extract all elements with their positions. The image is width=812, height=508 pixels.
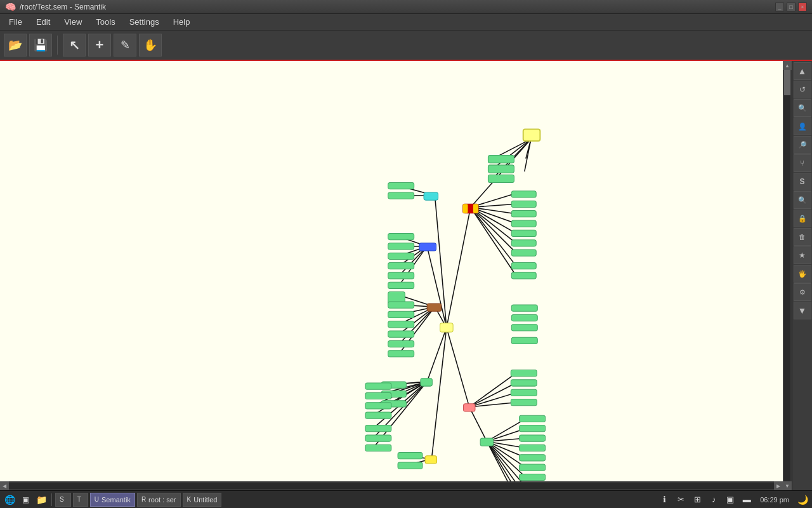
save-button[interactable]: 💾 — [29, 34, 52, 57]
scroll-right-arrow[interactable]: ▶ — [774, 481, 783, 490]
root-test-label: root : ser — [148, 496, 176, 504]
taskbar-time: 06:29 pm — [756, 496, 793, 504]
svg-line-47 — [469, 373, 516, 407]
svg-rect-102 — [388, 340, 414, 347]
root-test-task[interactable]: R root : ser — [137, 493, 181, 507]
svg-rect-93 — [388, 263, 414, 269]
svg-line-32 — [427, 246, 447, 328]
svg-rect-125 — [520, 444, 546, 451]
menu-view[interactable]: View — [58, 16, 88, 28]
sidebar-search-icon[interactable]: 🔍 — [794, 191, 811, 209]
svg-rect-94 — [388, 272, 414, 279]
vertical-scrollbar[interactable]: ▲ ▼ — [783, 61, 792, 490]
titlebar: 🧠 /root/Test.sem - Semantik _ □ × — [0, 0, 812, 14]
sidebar-scroll-up[interactable]: ▲ — [794, 62, 811, 80]
scroll-left-arrow[interactable]: ◀ — [0, 481, 9, 490]
svg-line-13 — [494, 139, 531, 168]
hand-tool-button[interactable]: ✋ — [139, 34, 162, 57]
svg-rect-95 — [388, 282, 414, 288]
scroll-up-arrow[interactable]: ▲ — [783, 61, 792, 70]
scroll-track-h[interactable] — [9, 483, 774, 489]
toolbar: 📂 💾 ↖ + ✎ ✋ — [0, 30, 812, 61]
svg-rect-114 — [365, 435, 391, 441]
tray-network-icon[interactable]: ⊞ — [690, 493, 704, 507]
svg-rect-123 — [520, 425, 546, 432]
svg-rect-72 — [473, 204, 478, 213]
sidebar-zoom-icon[interactable]: 🔍 — [794, 99, 811, 117]
menu-file[interactable]: File — [3, 16, 29, 28]
sidebar-zoomin-icon[interactable]: 🔎 — [794, 136, 811, 154]
sidebar-fork-icon[interactable]: ⑂ — [794, 154, 811, 172]
svg-line-11 — [471, 207, 516, 276]
tray-info-icon[interactable]: ℹ — [657, 493, 671, 507]
svg-rect-74 — [511, 201, 536, 207]
canvas-area[interactable]: ▲ ▼ ◀ ▶ — [0, 61, 792, 490]
sidebar-undo-icon[interactable]: ↺ — [794, 81, 811, 98]
sidebar-scroll-down[interactable]: ▼ — [794, 302, 811, 319]
tray-display-icon[interactable]: ▣ — [723, 493, 737, 507]
svg-rect-99 — [388, 311, 414, 318]
svg-rect-71 — [468, 204, 473, 213]
sidebar-hand-icon[interactable]: 🖐 — [794, 265, 811, 283]
tray-moon-icon[interactable]: 🌙 — [796, 493, 809, 507]
untitled-task[interactable]: U Semantik — [90, 493, 135, 507]
scroll-track-v[interactable] — [784, 70, 790, 481]
svg-rect-96 — [427, 304, 442, 311]
svg-rect-126 — [520, 455, 546, 461]
tray-scissors-icon[interactable]: ✂ — [674, 493, 688, 507]
svg-rect-104 — [440, 323, 453, 332]
untitled-icon: U — [95, 496, 99, 503]
taskbar-sep1 — [51, 493, 52, 506]
rename-button[interactable]: ✎ — [114, 34, 136, 57]
menu-settings[interactable]: Settings — [123, 16, 166, 28]
menu-tools[interactable]: Tools — [89, 16, 121, 28]
add-node-button[interactable]: + — [88, 34, 111, 57]
sidebar-person-icon[interactable]: 👤 — [794, 117, 811, 135]
svg-rect-116 — [464, 404, 475, 411]
svg-rect-88 — [388, 192, 414, 199]
svg-rect-92 — [388, 253, 414, 259]
svg-rect-110 — [365, 392, 391, 399]
menu-help[interactable]: Help — [167, 16, 197, 28]
close-button[interactable]: × — [798, 3, 807, 11]
svg-rect-120 — [511, 399, 537, 406]
scroll-down-arrow[interactable]: ▼ — [783, 481, 792, 490]
sidebar-star-icon[interactable]: ★ — [794, 246, 811, 264]
svg-rect-81 — [511, 272, 536, 279]
svg-rect-76 — [511, 220, 536, 227]
main-area: ▲ ▼ ◀ ▶ ▲ ↺ 🔍 👤 🔎 ⑂ S 🔍 🔒 🗑 ★ 🖐 ⚙ ▼ — [0, 61, 812, 490]
sidebar-dollar-icon[interactable]: S — [794, 173, 811, 190]
svg-rect-90 — [388, 233, 414, 239]
sidebar-settings-icon[interactable]: ⚙ — [794, 283, 811, 301]
terminal-icon[interactable]: ▣ — [18, 493, 32, 507]
svg-rect-113 — [365, 425, 391, 432]
svg-rect-83 — [511, 314, 537, 321]
svg-rect-128 — [520, 474, 546, 480]
scroll-thumb-v[interactable] — [784, 70, 790, 95]
svg-line-35 — [447, 328, 469, 407]
svg-rect-101 — [388, 331, 414, 337]
toolbar-separator — [57, 36, 58, 55]
semantik-icon: S — [60, 496, 64, 503]
sidebar-lock-icon[interactable]: 🔒 — [794, 210, 811, 227]
start-icon[interactable]: 🌐 — [3, 493, 16, 507]
files-icon[interactable]: 📁 — [34, 493, 48, 507]
horizontal-scrollbar[interactable]: ◀ ▶ — [0, 481, 783, 490]
semantik-task[interactable]: S — [55, 493, 71, 507]
maximize-button[interactable]: □ — [787, 3, 796, 11]
ksnapshot-task[interactable]: K Untitled — [183, 493, 222, 507]
sidebar-trash-icon[interactable]: 🗑 — [794, 228, 811, 246]
svg-rect-133 — [425, 456, 436, 464]
minimize-button[interactable]: _ — [775, 3, 784, 11]
tray-volume-icon[interactable]: ♪ — [707, 493, 721, 507]
menu-edit[interactable]: Edit — [30, 16, 56, 28]
svg-rect-117 — [511, 370, 537, 377]
root-sem-task[interactable]: T — [73, 493, 88, 507]
svg-rect-111 — [365, 403, 391, 409]
svg-line-9 — [471, 207, 516, 253]
svg-rect-65 — [523, 130, 540, 141]
svg-rect-82 — [511, 305, 537, 311]
open-file-button[interactable]: 📂 — [4, 34, 27, 57]
select-button[interactable]: ↖ — [63, 34, 86, 57]
tray-battery-icon[interactable]: ▬ — [740, 493, 754, 507]
